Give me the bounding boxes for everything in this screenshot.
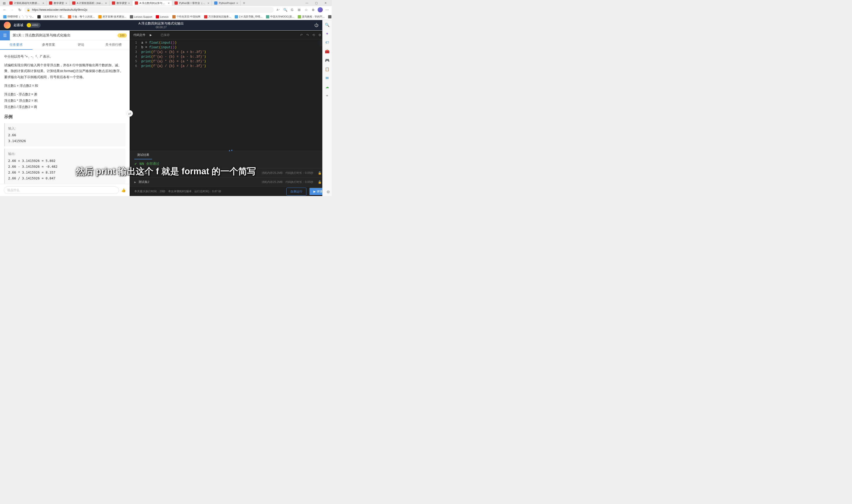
close-icon[interactable]: × — [128, 1, 130, 5]
play-icon: ▶ — [313, 190, 316, 193]
bookmark-item[interactable]: 菜鸟教程 - 学的不... — [296, 15, 326, 19]
bookmark-item[interactable]: 《逃离塔科夫》官... — [36, 15, 66, 19]
close-window-button[interactable]: ✕ — [321, 0, 330, 6]
close-icon[interactable]: × — [105, 1, 107, 5]
sidebar-shopping-icon[interactable]: 🏷 — [325, 40, 330, 45]
power-button[interactable]: ⏻ — [314, 23, 318, 28]
results-tab[interactable]: 测试结果 — [134, 151, 152, 159]
url-text: https://www.educoder.net/tasks/kufqr9tmn… — [32, 8, 87, 12]
sidebar-search-icon[interactable]: 🔍 — [325, 22, 330, 28]
bookmark-item[interactable]: 2.4 高阶导数_哔哩... — [233, 15, 264, 19]
browser-tab-0[interactable]: 计算机基础与大数据分析× — [7, 1, 47, 5]
search-page-icon[interactable]: 🔍 — [283, 7, 288, 12]
submit-label: 评测 — [317, 190, 323, 194]
bookmark-label: 菜鸟教程 - 学的不... — [302, 15, 325, 18]
test-name: 测试集2 — [139, 180, 259, 184]
bookmark-label: 中国大学MOOC(慕... — [270, 15, 294, 18]
bookmark-item[interactable]: 个性化首页-中国知网 — [171, 15, 202, 19]
browser-tab-5[interactable]: Python第一章作业（中级）× — [172, 1, 212, 5]
refresh-button[interactable]: ↻ — [17, 7, 22, 13]
browser-tab-4[interactable]: A 浮点数四则运算与格式化× — [133, 1, 172, 5]
extensions-icon[interactable]: ⊞ — [297, 7, 302, 12]
settings-gear-icon[interactable]: ⚙ — [327, 190, 330, 194]
new-tab-button[interactable]: + — [241, 1, 247, 5]
bookmark-label: 斗鱼 - 每个人的直... — [72, 15, 94, 18]
sidebar-copilot-icon[interactable]: ✦ — [325, 31, 330, 36]
bookmark-item[interactable]: Lenovo — [154, 15, 170, 19]
sidebar-outlook-icon[interactable]: ✉ — [325, 75, 330, 81]
translate-icon[interactable]: G — [290, 7, 295, 12]
bookmark-label: 《逃离塔科夫》官... — [41, 15, 64, 18]
lock-icon: 🔓 — [318, 180, 321, 184]
collections-icon[interactable]: ⊕ — [311, 7, 316, 12]
tab-leaderboard[interactable]: 关卡排行榜 — [97, 40, 129, 50]
close-icon[interactable]: × — [236, 1, 238, 5]
back-button[interactable]: ← — [2, 7, 7, 13]
sidebar-games-icon[interactable]: 🎮 — [325, 57, 330, 63]
sidebar-tools-icon[interactable]: 🧰 — [325, 49, 330, 54]
bookmark-item[interactable]: Lenovo Support — [128, 15, 154, 19]
tab-title: A 浮点数四则运算与格式化 — [139, 1, 166, 5]
bottom-bar: 本关最大执行时间：20秒 本次评测耗时(编译、运行总时间)：0.87 秒 自测运… — [129, 186, 332, 196]
minimize-button[interactable]: — — [302, 0, 312, 6]
menu-button[interactable]: ☰ — [0, 31, 10, 40]
browser-tab-1[interactable]: 教学课堂× — [47, 1, 70, 5]
self-test-button[interactable]: 自测运行 — [286, 187, 307, 196]
close-icon[interactable]: × — [208, 1, 209, 5]
vertical-resize-handle[interactable]: ▲▼ — [129, 150, 332, 151]
undo-icon[interactable]: ↶ — [300, 33, 303, 37]
play-icon[interactable]: ▶ — [150, 33, 152, 37]
panel-resize-handle[interactable]: ⇄ — [126, 110, 133, 117]
bookmark-item[interactable]: 哔哩哔哩（゜-゜）つ... — [2, 15, 35, 19]
tab-bar: ▤ 计算机基础与大数据分析× 教学课堂× A 计算矩形面积（train-ss）×… — [0, 0, 332, 6]
tab-requirements[interactable]: 任务要求 — [0, 40, 33, 50]
maximize-button[interactable]: ▢ — [312, 0, 321, 6]
reader-icon[interactable]: A⁺ — [276, 7, 281, 12]
sidebar-onedrive-icon[interactable]: ☁ — [325, 84, 330, 90]
test-row-2[interactable]: ▶ 测试集2 消耗内存25.2MB 代码执行时长：0.05秒 🔓 ✔ — [129, 177, 332, 186]
tab-title: 计算机基础与大数据分析 — [14, 1, 41, 5]
browser-tab-3[interactable]: 教学课堂× — [109, 1, 133, 5]
reset-icon[interactable]: ⟲ — [312, 33, 315, 37]
url-bar[interactable]: 🔒 https://www.educoder.net/tasks/kufqr9t… — [24, 7, 274, 13]
lock-icon: 🔓 — [318, 171, 321, 175]
code-body[interactable]: a = float(input()) b = float(input()) pr… — [139, 39, 332, 150]
timer: 00:00:27 — [139, 26, 184, 29]
bookmark-item[interactable]: 湖南工商大学 — [327, 15, 332, 19]
favorites-icon[interactable]: ☆ — [303, 7, 309, 12]
tabs-menu-icon[interactable]: ▤ — [1, 0, 7, 6]
comment-input[interactable]: 说点什么 — [4, 186, 119, 194]
profile-avatar[interactable] — [318, 7, 323, 12]
bookmark-item[interactable]: 斗鱼 - 每个人的直... — [67, 15, 96, 19]
close-icon[interactable]: × — [168, 1, 170, 5]
formula-line: 浮点数1 / 浮点数2 = 商 — [4, 104, 125, 110]
browser-tab-6[interactable]: PythonProject× — [212, 1, 241, 5]
sidebar-add-icon[interactable]: + — [325, 93, 330, 98]
bookmark-item[interactable]: 中国大学MOOC(慕... — [265, 15, 295, 19]
close-icon[interactable]: × — [65, 1, 67, 5]
sidebar-office-icon[interactable]: 📋 — [325, 66, 330, 72]
formula-line: 浮点数1 + 浮点数2 = 和 — [4, 83, 125, 89]
tab-title: 教学课堂 — [54, 1, 64, 5]
coin-badge[interactable]: ¥ 4860 — [26, 23, 41, 28]
bookmark-item[interactable]: 万方数据知识服务... — [203, 15, 232, 19]
content-area[interactable]: 中分别以符号 "+、-、*、/" 表示。 试编程实现分两行输入两个非零浮点数，并… — [0, 50, 129, 184]
edge-sidebar: 🔍 ✦ 🏷 🧰 🎮 📋 ✉ ☁ + — [322, 20, 332, 196]
menu-icon[interactable]: ⋯ — [325, 7, 330, 12]
user-avatar[interactable] — [4, 22, 11, 29]
forward-button[interactable]: → — [9, 7, 15, 13]
output-label: 输出: — [8, 151, 122, 157]
redo-icon[interactable]: ↷ — [306, 33, 309, 37]
paragraph: 中分别以符号 "+、-、*、/" 表示。 — [4, 54, 125, 59]
tab-answer[interactable]: 参考答案 — [33, 40, 65, 50]
editor-tab[interactable]: 代码文件 — [133, 33, 145, 37]
bookmark-item[interactable]: 虎牙直播-技术驱动... — [97, 15, 127, 19]
test-meta: 消耗内存25.2MB 代码执行时长：0.05秒 — [262, 180, 313, 184]
code-editor[interactable]: 1 2 3 4 5 6 a = float(input()) b = float… — [129, 39, 332, 150]
formula-line: 浮点数1 * 浮点数2 = 积 — [4, 98, 125, 104]
settings-icon[interactable]: ⚙ — [318, 33, 321, 37]
tab-comments[interactable]: 评论 — [65, 40, 98, 50]
browser-tab-2[interactable]: A 计算矩形面积（train-ss）× — [70, 1, 109, 5]
close-icon[interactable]: × — [42, 1, 44, 5]
like-button[interactable]: 👍 — [121, 188, 126, 193]
